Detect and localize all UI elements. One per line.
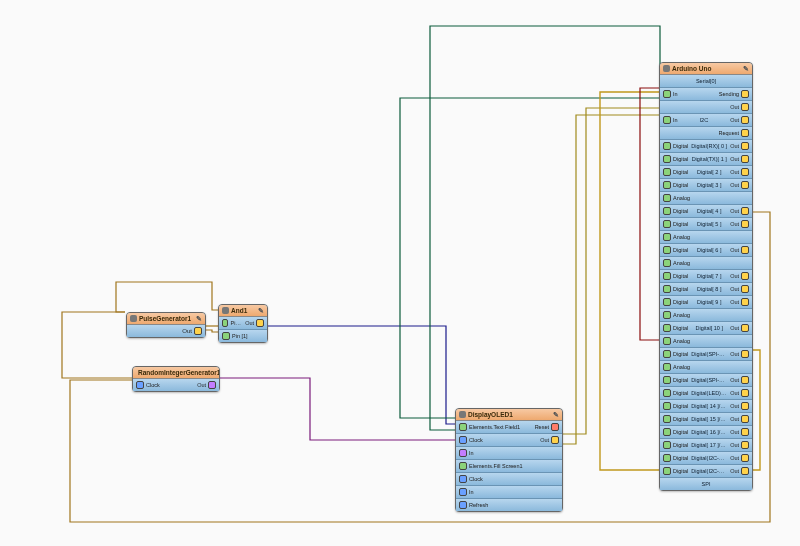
port-in[interactable] [663,350,671,358]
port-out[interactable] [741,181,749,189]
arduino-pin-row[interactable]: DigitalDigital(RX)[ 0 ]Out [660,139,752,152]
port-out[interactable] [256,319,264,327]
port-in[interactable] [663,181,671,189]
port-in[interactable] [459,423,467,431]
arduino-pin-row[interactable]: DigitalDigital[ 4 ]Out [660,204,752,217]
arduino-pin-row[interactable]: DigitalDigital(SPI-MISO)[ 12 ]Out [660,373,752,386]
port-in[interactable] [663,324,671,332]
port-in[interactable] [663,298,671,306]
port-in[interactable] [663,285,671,293]
arduino-pin-row[interactable]: Analog [660,308,752,321]
port-in[interactable] [222,319,228,327]
arduino-pin-row[interactable]: DigitalDigital[ 7 ]Out [660,269,752,282]
node-display-oled[interactable]: DisplayOLED1 ✎ Elements.Text Field1 Rese… [455,408,563,512]
port-out[interactable] [741,428,749,436]
port-in[interactable] [663,389,671,397]
port-in[interactable] [663,441,671,449]
port-in[interactable] [663,337,671,345]
arduino-pin-row[interactable]: DigitalDigital[ 6 ]Out [660,243,752,256]
arduino-pin-row[interactable]: DigitalDigital[ 8 ]Out [660,282,752,295]
port-out[interactable] [741,142,749,150]
arduino-pin-row[interactable]: DigitalDigital[ 3 ]Out [660,178,752,191]
node-random-integer-generator[interactable]: RandomIntegerGenerator1 ✎ Clock Out [132,366,220,392]
port-out[interactable] [741,246,749,254]
edit-icon[interactable]: ✎ [743,63,749,74]
node-and[interactable]: And1 ✎ Pin [0] Out Pin [1] [218,304,268,343]
edit-icon[interactable]: ✎ [258,305,264,316]
port-out[interactable] [741,467,749,475]
port-out[interactable] [551,436,559,444]
port-in[interactable] [663,311,671,319]
arduino-pin-row[interactable]: DigitalDigital[ 2 ]Out [660,165,752,178]
port-out[interactable] [551,423,559,431]
port-in[interactable] [459,501,467,509]
arduino-pin-row[interactable]: Out [660,100,752,113]
port-out[interactable] [741,129,749,137]
port-out[interactable] [741,103,749,111]
port-in[interactable] [459,475,467,483]
arduino-pin-row[interactable]: Analog [660,256,752,269]
port-in[interactable] [663,246,671,254]
port-in[interactable] [663,428,671,436]
port-out[interactable] [741,207,749,215]
port-out[interactable] [741,402,749,410]
port-out[interactable] [741,350,749,358]
port-out[interactable] [741,298,749,306]
port-out[interactable] [741,415,749,423]
node-pulse-generator[interactable]: PulseGenerator1 ✎ Out [126,312,206,338]
arduino-pin-row[interactable]: Serial[0] [660,75,752,87]
port-in[interactable] [663,415,671,423]
port-out[interactable] [741,454,749,462]
port-out[interactable] [194,327,202,335]
arduino-pin-row[interactable]: DigitalDigital[ 15 ]/AnalogIn[ 1 ]Out [660,412,752,425]
arduino-pin-row[interactable]: DigitalDigital(SPI-MOSI)[ 11 ]Out [660,347,752,360]
node-arduino-uno[interactable]: Arduino Uno ✎ Serial[0]InSendingOutInI2C… [659,62,753,491]
port-in[interactable] [136,381,144,389]
arduino-pin-row[interactable]: DigitalDigital[ 9 ]Out [660,295,752,308]
port-out[interactable] [741,220,749,228]
port-in[interactable] [663,402,671,410]
port-out[interactable] [208,381,216,389]
arduino-pin-row[interactable]: Analog [660,191,752,204]
arduino-pin-row[interactable]: DigitalDigital(TX)[ 1 ]Out [660,152,752,165]
arduino-pin-row[interactable]: Analog [660,230,752,243]
arduino-pin-row[interactable]: InSending [660,87,752,100]
arduino-pin-row[interactable]: Request [660,126,752,139]
edit-icon[interactable]: ✎ [553,409,559,420]
arduino-pin-row[interactable]: InI2COut [660,113,752,126]
port-in[interactable] [663,363,671,371]
port-out[interactable] [741,155,749,163]
port-in[interactable] [459,488,467,496]
port-in[interactable] [459,449,467,457]
port-in[interactable] [459,436,467,444]
arduino-pin-row[interactable]: DigitalDigital[ 14 ]/AnalogIn[ 0 ]Out [660,399,752,412]
arduino-pin-row[interactable]: DigitalDigital[ 16 ]/AnalogIn[ 2 ]Out [660,425,752,438]
port-in[interactable] [663,116,671,124]
visual-programming-canvas[interactable]: PulseGenerator1 ✎ Out And1 ✎ Pin [0] Out… [0,0,800,546]
arduino-pin-row[interactable]: SPI [660,477,752,490]
port-in[interactable] [663,233,671,241]
port-out[interactable] [741,389,749,397]
arduino-pin-row[interactable]: DigitalDigital[ 17 ]/AnalogIn[ 3 ]Out [660,438,752,451]
port-in[interactable] [663,168,671,176]
arduino-pin-row[interactable]: DigitalDigital[ 10 ]Out [660,321,752,334]
port-out[interactable] [741,116,749,124]
port-out[interactable] [741,90,749,98]
port-in[interactable] [663,207,671,215]
port-out[interactable] [741,324,749,332]
port-in[interactable] [663,272,671,280]
arduino-pin-row[interactable]: DigitalDigital(I2C-SDA)[ 18 ]/AnalogIn[ … [660,451,752,464]
edit-icon[interactable]: ✎ [196,313,202,324]
port-in[interactable] [663,376,671,384]
port-out[interactable] [741,441,749,449]
port-out[interactable] [741,376,749,384]
port-in[interactable] [663,454,671,462]
arduino-pin-row[interactable]: Analog [660,360,752,373]
port-out[interactable] [741,285,749,293]
port-in[interactable] [663,220,671,228]
port-in[interactable] [663,259,671,267]
port-in[interactable] [663,194,671,202]
port-in[interactable] [222,332,230,340]
arduino-pin-row[interactable]: Analog [660,334,752,347]
port-in[interactable] [663,155,671,163]
